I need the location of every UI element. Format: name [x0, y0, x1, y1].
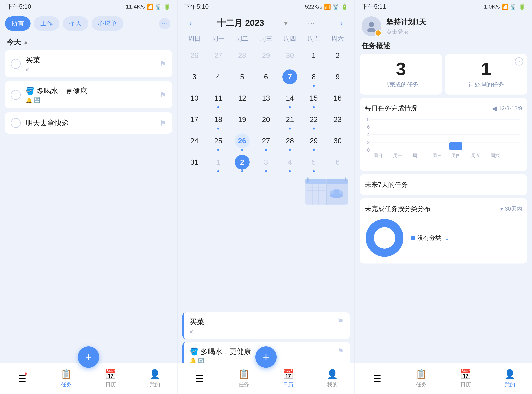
- cal-cell[interactable]: 1: [302, 46, 326, 67]
- bottom-nav-3: ☰ 📋 任务 📅 日历 👤 我的: [355, 363, 532, 394]
- task-checkbox-1[interactable]: [11, 59, 21, 69]
- cal-cell[interactable]: 22: [302, 110, 326, 131]
- nav-calendar-2[interactable]: 📅 日历: [266, 369, 310, 388]
- cal-cell[interactable]: 17: [183, 110, 206, 131]
- add-task-fab[interactable]: +: [78, 346, 99, 368]
- cal-cell[interactable]: 2: [326, 46, 349, 67]
- task-item[interactable]: 🪣 多喝水，更健康 🔔 🔄 ⚑: [5, 81, 172, 108]
- task-flag-2[interactable]: ⚑: [160, 91, 166, 99]
- cal-cell[interactable]: 29: [254, 46, 278, 67]
- cal-cell[interactable]: 27: [206, 46, 230, 67]
- task-flag-3[interactable]: ⚑: [160, 119, 166, 127]
- profile-label: 我的: [150, 381, 160, 388]
- filter-work[interactable]: 工作: [34, 16, 59, 31]
- cal-next-btn[interactable]: ›: [335, 16, 348, 30]
- nav-tasks-2[interactable]: 📋 任务: [222, 369, 266, 388]
- cal-cell[interactable]: 9: [326, 67, 349, 89]
- cal-cell[interactable]: 4: [206, 67, 230, 89]
- nav-profile-2[interactable]: 👤 我的: [310, 369, 355, 388]
- add-event-fab[interactable]: +: [255, 346, 277, 368]
- section-title-today: 今天: [7, 37, 21, 47]
- task-checkbox-2[interactable]: [11, 90, 21, 100]
- cal-cell[interactable]: 12: [230, 89, 254, 110]
- help-icon[interactable]: ?: [515, 57, 523, 66]
- filter-more-button[interactable]: ⋯: [159, 18, 170, 29]
- donut-chart: [365, 218, 404, 258]
- svg-text:2: 2: [367, 140, 370, 145]
- filter-personal[interactable]: 个人: [63, 16, 88, 31]
- task-item[interactable]: 买菜 ↙ ⚑: [5, 50, 172, 77]
- cal-task-flag-2[interactable]: ⚑: [337, 347, 344, 355]
- cal-cell[interactable]: 7: [278, 67, 302, 89]
- cal-cell[interactable]: 11: [206, 89, 230, 110]
- calendar-icon: 📅: [105, 369, 116, 380]
- cal-cell[interactable]: 19: [230, 110, 254, 131]
- cal-cell[interactable]: 5: [302, 153, 326, 174]
- cal-cell[interactable]: 3: [254, 153, 278, 174]
- cal-cell[interactable]: 21: [278, 110, 302, 131]
- chart-prev-btn[interactable]: ◀: [492, 104, 497, 112]
- cal-cell[interactable]: 4: [278, 153, 302, 174]
- nav-item-calendar[interactable]: 📅 日历: [89, 369, 133, 388]
- cal-cell[interactable]: 30: [326, 131, 349, 153]
- filter-all[interactable]: 所有: [5, 16, 31, 31]
- network-speed-3: 1.0K/s: [484, 3, 500, 10]
- svg-text:周五: 周五: [471, 153, 480, 158]
- cal-cell[interactable]: 6: [254, 67, 278, 89]
- nav-menu-2[interactable]: ☰: [177, 373, 222, 384]
- cal-cell[interactable]: 3: [183, 67, 206, 89]
- cal-cell[interactable]: 30: [278, 46, 302, 67]
- cal-cell[interactable]: 27: [254, 131, 278, 153]
- profile-sub[interactable]: 点击登录: [386, 28, 426, 36]
- dist-header: 未完成任务按分类分布 ▾ 30天内: [365, 204, 522, 213]
- cal-expand-btn[interactable]: ▾: [284, 19, 288, 27]
- cal-cell[interactable]: 28: [278, 131, 302, 153]
- cal-cell[interactable]: 31: [183, 153, 206, 174]
- nav-item-tasks[interactable]: 📋 任务: [44, 369, 89, 388]
- cal-cell[interactable]: 10: [183, 89, 206, 110]
- cal-cell[interactable]: 15: [302, 89, 326, 110]
- cal-cell[interactable]: 6: [326, 153, 349, 174]
- cal-cell[interactable]: 26: [183, 46, 206, 67]
- weekday-sat: 周六: [326, 33, 349, 45]
- stats-cards: 3 已完成的任务 ? 1 待处理的任务: [355, 54, 532, 98]
- cal-cell[interactable]: 28: [230, 46, 254, 67]
- cal-cell[interactable]: 18: [206, 110, 230, 131]
- nav-calendar-3[interactable]: 📅 日历: [443, 369, 488, 388]
- filter-wishlist[interactable]: 心愿单: [92, 16, 124, 31]
- cal-cell[interactable]: 16: [326, 89, 349, 110]
- cal-cell[interactable]: 26: [230, 131, 254, 153]
- cal-cell[interactable]: 2: [230, 153, 254, 174]
- cal-task-flag-1[interactable]: ⚑: [337, 317, 344, 325]
- cal-cell[interactable]: 1: [206, 153, 230, 174]
- time-3: 下午5:11: [362, 2, 386, 11]
- cal-task-item[interactable]: 买菜 ↙ ⚑: [183, 312, 349, 339]
- calendar-art: [302, 174, 351, 205]
- nav-profile-3[interactable]: 👤 我的: [488, 369, 532, 388]
- profile-label-3: 我的: [505, 381, 515, 388]
- task-item[interactable]: 明天去拿快递 ⚑: [5, 112, 172, 134]
- nav-tasks-3[interactable]: 📋 任务: [399, 369, 444, 388]
- avatar[interactable]: [362, 16, 381, 36]
- cal-cell[interactable]: 8: [302, 67, 326, 89]
- task-checkbox-3[interactable]: [11, 118, 21, 128]
- task-flag-1[interactable]: ⚑: [160, 60, 166, 68]
- weekday-fri: 周五: [302, 33, 326, 45]
- nav-item-menu[interactable]: ☰: [0, 373, 44, 384]
- cal-cell[interactable]: 29: [302, 131, 326, 153]
- task-icon-3: 📋: [416, 369, 427, 380]
- cal-task-sub-1: ↙: [190, 328, 337, 334]
- cal-cell[interactable]: 23: [326, 110, 349, 131]
- cal-cell[interactable]: 24: [183, 131, 206, 153]
- svg-text:周三: 周三: [432, 153, 442, 158]
- dist-filter[interactable]: ▾ 30天内: [500, 205, 522, 213]
- cal-cell[interactable]: 25: [206, 131, 230, 153]
- cal-cell[interactable]: 5: [230, 67, 254, 89]
- nav-item-profile[interactable]: 👤 我的: [133, 369, 177, 388]
- nav-menu-3[interactable]: ☰: [355, 373, 399, 384]
- cal-cell[interactable]: 14: [278, 89, 302, 110]
- cal-cell[interactable]: 13: [254, 89, 278, 110]
- cal-more-btn[interactable]: ⋯: [308, 19, 315, 27]
- cal-cell[interactable]: 20: [254, 110, 278, 131]
- cal-prev-btn[interactable]: ‹: [184, 16, 197, 30]
